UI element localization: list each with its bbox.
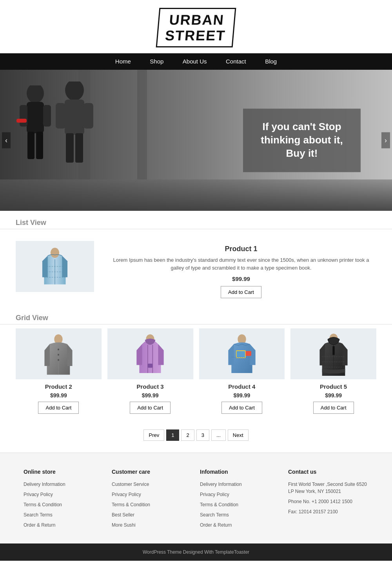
nav-about[interactable]: About Us <box>183 58 207 65</box>
list-item: Product 1 Lorem Ipsum has been the indus… <box>16 237 376 302</box>
nav-contact[interactable]: Contact <box>226 58 246 65</box>
svg-rect-3 <box>43 105 51 127</box>
footer-bottom: WordPress Theme Designed With TemplateTo… <box>0 543 392 561</box>
grid-item-product4: Product 4 $99.99 Add to Cart <box>199 328 285 414</box>
footer-link-order-2[interactable]: Order & Return <box>200 522 280 529</box>
footer-link-best-seller[interactable]: Best Seller <box>112 511 192 518</box>
svg-rect-8 <box>65 100 84 135</box>
svg-rect-12 <box>75 133 83 163</box>
footer-col-online-store: Online store Delivery Information Privac… <box>24 469 104 532</box>
svg-rect-33 <box>332 346 334 355</box>
footer-link-more-sushi[interactable]: More Sushi <box>112 522 192 529</box>
product3-price: $99.99 <box>107 392 193 399</box>
svg-rect-21 <box>58 359 60 361</box>
pagination-page-1[interactable]: 1 <box>166 429 179 441</box>
svg-rect-6 <box>16 119 27 123</box>
footer-link-delivery-info-1[interactable]: Delivery Information <box>24 481 104 488</box>
svg-rect-20 <box>58 354 60 355</box>
footer-grid: Online store Delivery Information Privac… <box>24 469 368 532</box>
product4-add-to-cart[interactable]: Add to Cart <box>221 402 262 414</box>
nav-blog[interactable]: Blog <box>265 58 277 65</box>
footer-col-contact: Contact us First World Tower ,Second Sui… <box>288 469 368 532</box>
footer-link-order-1[interactable]: Order & Return <box>24 522 104 529</box>
header: URBAN STREET <box>0 0 392 53</box>
product2-name: Product 2 <box>16 383 102 390</box>
product3-add-to-cart[interactable]: Add to Cart <box>130 402 171 414</box>
svg-rect-19 <box>58 349 60 350</box>
footer: Online store Delivery Information Privac… <box>0 453 392 561</box>
footer-link-terms-2[interactable]: Terms & Condition <box>112 501 192 508</box>
navigation: Home Shop About Us Contact Blog <box>0 53 392 70</box>
pagination-page-2[interactable]: 2 <box>181 429 194 441</box>
hero-prev-button[interactable]: ‹ <box>2 132 11 149</box>
product1-image <box>16 241 94 292</box>
footer-col-customer-care: Customer care Customer Service Privacy P… <box>112 469 192 532</box>
product4-name: Product 4 <box>199 383 285 390</box>
footer-col4-heading: Contact us <box>288 469 368 475</box>
svg-rect-10 <box>83 103 93 129</box>
product3-name: Product 3 <box>107 383 193 390</box>
grid-items-container: Product 2 $99.99 Add to Cart <box>16 328 376 414</box>
product5-add-to-cart[interactable]: Add to Cart <box>313 402 354 414</box>
svg-rect-5 <box>36 132 43 159</box>
pagination-next[interactable]: Next <box>228 429 249 441</box>
footer-link-privacy-3[interactable]: Privacy Policy <box>200 491 280 498</box>
svg-rect-23 <box>148 364 152 368</box>
nav-shop[interactable]: Shop <box>150 58 163 65</box>
pagination-prev[interactable]: Prev <box>143 429 164 441</box>
product1-description: Lorem Ipsum has been the industry's stan… <box>106 256 376 272</box>
footer-link-customer-service[interactable]: Customer Service <box>112 481 192 488</box>
svg-rect-1 <box>27 102 44 133</box>
grid-view-label: Grid View <box>0 310 392 324</box>
product1-name: Product 1 <box>106 245 376 253</box>
pagination-ellipsis: ... <box>211 429 226 441</box>
figure-man <box>51 82 98 187</box>
footer-link-search-2[interactable]: Search Terms <box>200 511 280 518</box>
svg-rect-26 <box>237 351 245 357</box>
svg-point-13 <box>51 248 59 258</box>
product5-price: $99.99 <box>290 392 376 399</box>
product1-price: $99.99 <box>106 275 376 282</box>
footer-col2-heading: Customer care <box>112 469 192 475</box>
nav-home[interactable]: Home <box>115 58 131 65</box>
product1-image-svg <box>37 245 73 288</box>
svg-rect-11 <box>66 133 74 163</box>
svg-rect-9 <box>56 103 65 129</box>
footer-link-privacy-2[interactable]: Privacy Policy <box>112 491 192 498</box>
product3-image <box>107 328 193 379</box>
footer-link-search-1[interactable]: Search Terms <box>24 511 104 518</box>
product5-image <box>290 328 376 379</box>
list-view-section: Product 1 Lorem Ipsum has been the indus… <box>0 229 392 310</box>
list-view-label: List View <box>0 211 392 229</box>
product2-add-to-cart[interactable]: Add to Cart <box>38 402 79 414</box>
product1-info: Product 1 Lorem Ipsum has been the indus… <box>106 241 376 298</box>
product5-name: Product 5 <box>290 383 376 390</box>
product2-image <box>16 328 102 379</box>
pagination: Prev 1 2 3 ... Next <box>0 422 392 453</box>
footer-link-delivery-info-2[interactable]: Delivery Information <box>200 481 280 488</box>
svg-point-7 <box>65 82 84 101</box>
product1-add-to-cart[interactable]: Add to Cart <box>221 286 261 298</box>
footer-link-terms-1[interactable]: Terms & Condition <box>24 501 104 508</box>
product4-price: $99.99 <box>199 392 285 399</box>
hero-figures <box>16 78 118 187</box>
product2-price: $99.99 <box>16 392 102 399</box>
hero-text-box: If you can't Stop thinking about it, Buy… <box>243 109 361 172</box>
pagination-page-3[interactable]: 3 <box>196 429 209 441</box>
footer-address: First World Tower ,Second Suite 6520 LP … <box>288 481 368 495</box>
footer-col1-heading: Online store <box>24 469 104 475</box>
footer-col3-heading: Infomation <box>200 469 280 475</box>
svg-rect-4 <box>27 132 34 159</box>
grid-view-section: Product 2 $99.99 Add to Cart <box>0 324 392 422</box>
footer-phone: Phone No. +1 2000 1412 1500 <box>288 498 368 505</box>
hero-next-button[interactable]: › <box>381 132 390 149</box>
footer-col-information: Infomation Delivery Information Privacy … <box>200 469 280 532</box>
product4-image <box>199 328 285 379</box>
svg-point-0 <box>27 85 44 103</box>
grid-item-product3: Product 3 $99.99 Add to Cart <box>107 328 193 414</box>
grid-item-product5: Product 5 $99.99 Add to Cart <box>290 328 376 414</box>
svg-rect-2 <box>20 105 27 127</box>
footer-link-privacy-1[interactable]: Privacy Policy <box>24 491 104 498</box>
logo: URBAN STREET <box>156 8 236 47</box>
footer-link-terms-3[interactable]: Terms & Condition <box>200 501 280 508</box>
